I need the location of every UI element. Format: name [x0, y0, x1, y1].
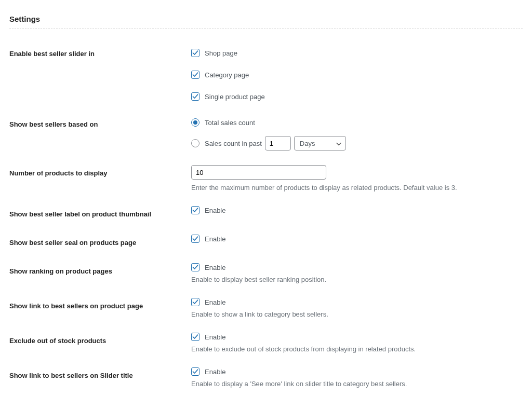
checkbox-label: Enable: [205, 333, 225, 341]
radio-label: Sales count in past: [205, 140, 262, 147]
radio-label: Total sales count: [205, 119, 255, 127]
check-icon: [192, 264, 198, 270]
time-unit-select[interactable]: Days: [294, 136, 346, 151]
checkbox-ranking[interactable]: [191, 263, 200, 271]
label-num-products: Number of products to display: [9, 159, 191, 200]
label-link-slider-title: Show link to best sellers on Slider titl…: [9, 361, 191, 396]
help-text: Enable to show a link to category best s…: [191, 306, 523, 320]
check-icon: [192, 236, 198, 242]
divider: [9, 29, 523, 29]
checkbox-exclude-oos[interactable]: [191, 333, 200, 341]
checkbox-label: Single product page: [205, 93, 265, 101]
checkbox-single-product-page[interactable]: [191, 92, 200, 101]
label-seal-page: Show best seller seal on products page: [9, 228, 191, 257]
help-text: Enable to exclude out of stock products …: [191, 341, 523, 355]
radio-total-sales[interactable]: [191, 118, 200, 127]
label-link-product: Show link to best sellers on product pag…: [9, 292, 191, 326]
checkbox-shop-page[interactable]: [191, 49, 200, 57]
label-ranking: Show ranking on product pages: [9, 257, 191, 292]
num-products-input[interactable]: [191, 165, 326, 180]
checkbox-label: Category page: [205, 71, 249, 79]
help-text: Enter the maximum number of products to …: [191, 180, 523, 194]
check-icon: [192, 207, 198, 213]
help-text: Enable to display best seller ranking po…: [191, 271, 523, 285]
checkbox-link-slider-title[interactable]: [191, 367, 200, 376]
check-icon: [192, 93, 198, 100]
checkbox-label: Enable: [205, 207, 225, 214]
check-icon: [192, 50, 198, 56]
label-exclude-oos: Exclude out of stock products: [9, 326, 191, 361]
checkbox-label: Enable: [205, 235, 225, 243]
checkbox-label: Enable: [205, 264, 225, 271]
checkbox-link-product[interactable]: [191, 298, 200, 306]
checkbox-label: Enable: [205, 298, 225, 306]
label-label-thumb: Show best seller label on product thumbn…: [9, 200, 191, 228]
checkbox-label: Enable: [205, 368, 225, 376]
check-icon: [192, 334, 198, 340]
help-text: Enable to display a 'See more' link on s…: [191, 376, 523, 390]
radio-sales-past[interactable]: [191, 139, 200, 147]
label-enable-slider: Enable best seller slider in: [9, 39, 191, 110]
checkbox-label-thumb[interactable]: [191, 206, 200, 214]
select-value: Days: [300, 140, 315, 147]
check-icon: [192, 368, 198, 375]
page-title: Settings: [9, 0, 523, 29]
chevron-down-icon: [336, 140, 341, 147]
checkbox-seal-page[interactable]: [191, 235, 200, 243]
checkbox-label: Shop page: [205, 49, 237, 57]
checkbox-category-page[interactable]: [191, 71, 200, 79]
past-count-input[interactable]: [265, 136, 291, 151]
check-icon: [192, 72, 198, 78]
check-icon: [192, 299, 198, 305]
label-based-on: Show best sellers based on: [9, 110, 191, 159]
